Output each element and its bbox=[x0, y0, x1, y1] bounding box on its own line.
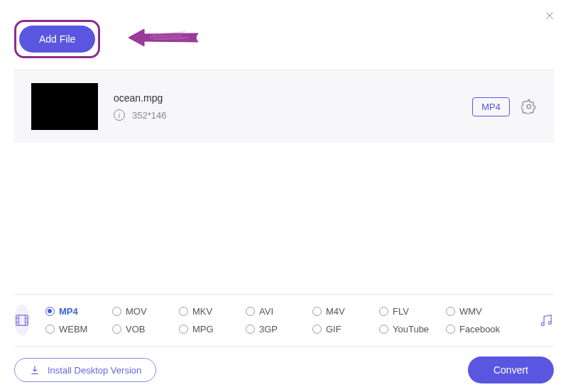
file-thumbnail bbox=[31, 83, 98, 130]
format-label: M4V bbox=[326, 306, 345, 317]
output-format-button[interactable]: MP4 bbox=[472, 97, 510, 116]
format-label: Facebook bbox=[459, 324, 500, 334]
divider bbox=[14, 346, 554, 347]
format-option-webm[interactable]: WEBM bbox=[45, 324, 109, 334]
format-option-gif[interactable]: GIF bbox=[312, 324, 376, 334]
video-tab[interactable] bbox=[14, 305, 30, 336]
svg-point-2 bbox=[541, 322, 544, 325]
format-radio[interactable] bbox=[112, 325, 121, 334]
format-label: MKV bbox=[192, 306, 212, 317]
settings-button[interactable] bbox=[521, 99, 537, 114]
format-option-avi[interactable]: AVI bbox=[246, 306, 310, 317]
format-grid: MP4MOVMKVAVIM4VFLVWMVWEBMVOBMPG3GPGIFYou… bbox=[45, 306, 510, 334]
format-radio[interactable] bbox=[246, 307, 255, 316]
file-name: ocean.mpg bbox=[114, 92, 472, 104]
format-label: 3GP bbox=[259, 324, 278, 334]
format-label: FLV bbox=[393, 306, 409, 317]
annotation-highlight: Add File bbox=[14, 20, 100, 58]
close-button[interactable] bbox=[542, 9, 557, 23]
format-label: MP4 bbox=[59, 306, 78, 317]
format-radio[interactable] bbox=[179, 307, 188, 316]
info-icon[interactable]: i bbox=[114, 109, 125, 121]
download-icon bbox=[29, 364, 40, 376]
format-option-mov[interactable]: MOV bbox=[112, 306, 176, 317]
film-icon bbox=[14, 312, 30, 328]
svg-rect-1 bbox=[16, 315, 28, 326]
format-radio[interactable] bbox=[446, 325, 455, 334]
gear-icon bbox=[521, 99, 537, 114]
format-radio[interactable] bbox=[312, 307, 322, 316]
format-option-mp4[interactable]: MP4 bbox=[45, 306, 109, 317]
format-option-mkv[interactable]: MKV bbox=[179, 306, 243, 317]
format-label: MPG bbox=[192, 324, 214, 334]
file-resolution: 352*146 bbox=[132, 110, 166, 121]
format-option-flv[interactable]: FLV bbox=[379, 306, 443, 317]
top-bar: Add File bbox=[0, 0, 568, 70]
format-radio[interactable] bbox=[312, 325, 322, 334]
install-desktop-label: Install Desktop Version bbox=[48, 365, 141, 376]
format-option-mpg[interactable]: MPG bbox=[179, 324, 243, 334]
format-option-facebook[interactable]: Facebook bbox=[446, 324, 510, 334]
format-radio[interactable] bbox=[379, 325, 388, 334]
annotation-arrow bbox=[123, 23, 201, 55]
format-radio[interactable] bbox=[179, 325, 188, 334]
format-option-wmv[interactable]: WMV bbox=[446, 306, 510, 317]
format-radio[interactable] bbox=[246, 325, 255, 334]
add-file-button[interactable]: Add File bbox=[19, 26, 95, 53]
format-label: AVI bbox=[259, 306, 273, 317]
format-radio[interactable] bbox=[45, 307, 55, 316]
format-label: GIF bbox=[326, 324, 342, 334]
format-label: WMV bbox=[459, 306, 482, 317]
format-option-m4v[interactable]: M4V bbox=[312, 306, 376, 317]
divider bbox=[14, 294, 554, 295]
format-label: MOV bbox=[126, 306, 147, 317]
file-info: ocean.mpg i 352*146 bbox=[114, 92, 472, 121]
svg-point-0 bbox=[527, 104, 531, 109]
file-item: ocean.mpg i 352*146 MP4 bbox=[14, 70, 554, 143]
format-radio[interactable] bbox=[45, 325, 55, 334]
install-desktop-button[interactable]: Install Desktop Version bbox=[14, 358, 156, 382]
format-label: WEBM bbox=[59, 324, 87, 334]
convert-button[interactable]: Convert bbox=[468, 356, 554, 383]
format-label: VOB bbox=[126, 324, 145, 334]
format-radio[interactable] bbox=[379, 307, 388, 316]
format-panel: MP4MOVMKVAVIM4VFLVWMVWEBMVOBMPG3GPGIFYou… bbox=[14, 294, 554, 347]
format-option-3gp[interactable]: 3GP bbox=[246, 324, 310, 334]
music-icon bbox=[538, 312, 554, 328]
format-option-vob[interactable]: VOB bbox=[112, 324, 176, 334]
audio-tab[interactable] bbox=[538, 312, 557, 328]
svg-point-3 bbox=[548, 322, 551, 325]
format-label: YouTube bbox=[393, 324, 429, 334]
format-option-youtube[interactable]: YouTube bbox=[379, 324, 443, 334]
bottom-bar: Install Desktop Version Convert bbox=[14, 356, 554, 383]
format-radio[interactable] bbox=[112, 307, 121, 316]
format-radio[interactable] bbox=[446, 307, 455, 316]
